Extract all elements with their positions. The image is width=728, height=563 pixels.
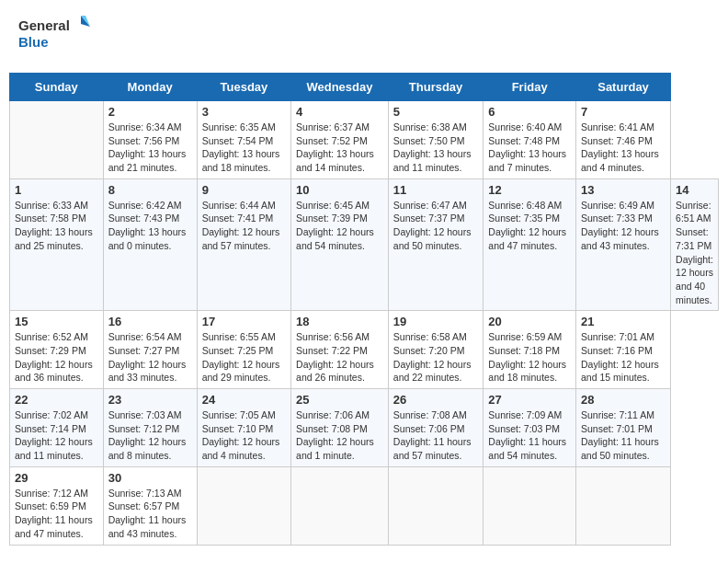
day-info: Sunrise: 7:02 AMSunset: 7:14 PMDaylight:… bbox=[15, 408, 98, 463]
day-number: 25 bbox=[296, 393, 383, 407]
day-info: Sunrise: 7:06 AMSunset: 7:08 PMDaylight:… bbox=[296, 408, 383, 463]
day-info: Sunrise: 7:05 AMSunset: 7:10 PMDaylight:… bbox=[202, 408, 286, 463]
week-row-0: 2Sunrise: 6:34 AMSunset: 7:56 PMDaylight… bbox=[10, 101, 719, 179]
day-info: Sunrise: 6:52 AMSunset: 7:29 PMDaylight:… bbox=[15, 330, 98, 385]
day-number: 27 bbox=[488, 393, 571, 407]
day-cell: 17Sunrise: 6:55 AMSunset: 7:25 PMDayligh… bbox=[197, 311, 290, 389]
day-cell: 11Sunrise: 6:47 AMSunset: 7:37 PMDayligh… bbox=[388, 178, 483, 311]
day-info: Sunrise: 6:47 AMSunset: 7:37 PMDaylight:… bbox=[393, 199, 479, 253]
day-info: Sunrise: 6:51 AMSunset: 7:31 PMDaylight:… bbox=[676, 199, 713, 307]
day-info: Sunrise: 6:34 AMSunset: 7:56 PMDaylight:… bbox=[108, 121, 192, 175]
day-cell bbox=[197, 466, 290, 545]
svg-text:Blue: Blue bbox=[18, 34, 49, 50]
day-info: Sunrise: 6:48 AMSunset: 7:35 PMDaylight:… bbox=[488, 199, 571, 253]
day-info: Sunrise: 6:41 AMSunset: 7:46 PMDaylight:… bbox=[581, 121, 665, 175]
day-info: Sunrise: 7:12 AMSunset: 6:59 PMDaylight:… bbox=[15, 487, 98, 541]
day-cell: 20Sunrise: 6:59 AMSunset: 7:18 PMDayligh… bbox=[483, 311, 576, 389]
day-number: 13 bbox=[581, 183, 665, 197]
day-cell: 12Sunrise: 6:48 AMSunset: 7:35 PMDayligh… bbox=[483, 178, 576, 311]
day-cell: 22Sunrise: 7:02 AMSunset: 7:14 PMDayligh… bbox=[10, 389, 104, 467]
col-header-friday: Friday bbox=[483, 74, 576, 101]
day-number: 1 bbox=[15, 183, 98, 197]
day-cell: 10Sunrise: 6:45 AMSunset: 7:39 PMDayligh… bbox=[291, 178, 389, 311]
day-cell: 26Sunrise: 7:08 AMSunset: 7:06 PMDayligh… bbox=[388, 389, 483, 467]
week-row-4: 29Sunrise: 7:12 AMSunset: 6:59 PMDayligh… bbox=[10, 466, 719, 545]
day-info: Sunrise: 7:13 AMSunset: 6:57 PMDaylight:… bbox=[108, 487, 192, 541]
day-info: Sunrise: 6:40 AMSunset: 7:48 PMDaylight:… bbox=[488, 121, 571, 175]
day-cell: 29Sunrise: 7:12 AMSunset: 6:59 PMDayligh… bbox=[10, 466, 104, 545]
day-cell: 3Sunrise: 6:35 AMSunset: 7:54 PMDaylight… bbox=[197, 101, 290, 179]
day-info: Sunrise: 7:11 AMSunset: 7:01 PMDaylight:… bbox=[581, 408, 665, 463]
day-number: 6 bbox=[488, 105, 571, 119]
day-number: 19 bbox=[393, 315, 479, 328]
day-info: Sunrise: 6:35 AMSunset: 7:54 PMDaylight:… bbox=[202, 121, 286, 175]
header-row: SundayMondayTuesdayWednesdayThursdayFrid… bbox=[10, 74, 719, 101]
day-cell: 15Sunrise: 6:52 AMSunset: 7:29 PMDayligh… bbox=[10, 311, 104, 389]
col-header-thursday: Thursday bbox=[388, 74, 483, 101]
day-info: Sunrise: 6:33 AMSunset: 7:58 PMDaylight:… bbox=[15, 199, 98, 253]
col-header-wednesday: Wednesday bbox=[291, 74, 389, 101]
day-number: 17 bbox=[202, 315, 286, 328]
week-row-1: 1Sunrise: 6:33 AMSunset: 7:58 PMDaylight… bbox=[10, 178, 719, 311]
day-cell: 1Sunrise: 6:33 AMSunset: 7:58 PMDaylight… bbox=[10, 178, 104, 311]
day-info: Sunrise: 7:01 AMSunset: 7:16 PMDaylight:… bbox=[581, 330, 665, 385]
day-cell: 8Sunrise: 6:42 AMSunset: 7:43 PMDaylight… bbox=[103, 178, 197, 311]
day-cell: 14Sunrise: 6:51 AMSunset: 7:31 PMDayligh… bbox=[671, 178, 719, 311]
day-number: 8 bbox=[108, 183, 192, 197]
day-number: 14 bbox=[676, 183, 713, 197]
calendar-table: SundayMondayTuesdayWednesdayThursdayFrid… bbox=[9, 73, 719, 546]
day-info: Sunrise: 6:38 AMSunset: 7:50 PMDaylight:… bbox=[393, 121, 479, 175]
day-number: 5 bbox=[393, 105, 479, 119]
day-cell: 2Sunrise: 6:34 AMSunset: 7:56 PMDaylight… bbox=[103, 101, 197, 179]
day-cell bbox=[483, 466, 576, 545]
day-number: 21 bbox=[581, 315, 665, 328]
day-cell bbox=[576, 466, 671, 545]
day-info: Sunrise: 7:09 AMSunset: 7:03 PMDaylight:… bbox=[488, 408, 571, 463]
col-header-sunday: Sunday bbox=[10, 74, 104, 101]
day-cell: 28Sunrise: 7:11 AMSunset: 7:01 PMDayligh… bbox=[576, 389, 671, 467]
day-number: 28 bbox=[581, 393, 665, 407]
col-header-saturday: Saturday bbox=[576, 74, 671, 101]
day-number: 16 bbox=[108, 315, 192, 328]
day-info: Sunrise: 7:03 AMSunset: 7:12 PMDaylight:… bbox=[108, 408, 192, 463]
day-number: 12 bbox=[488, 183, 571, 197]
week-row-2: 15Sunrise: 6:52 AMSunset: 7:29 PMDayligh… bbox=[10, 311, 719, 389]
day-cell: 9Sunrise: 6:44 AMSunset: 7:41 PMDaylight… bbox=[197, 178, 290, 311]
day-number: 30 bbox=[108, 471, 192, 485]
day-info: Sunrise: 7:08 AMSunset: 7:06 PMDaylight:… bbox=[393, 408, 479, 463]
day-info: Sunrise: 6:45 AMSunset: 7:39 PMDaylight:… bbox=[296, 199, 383, 253]
day-cell bbox=[291, 466, 389, 545]
col-header-monday: Monday bbox=[103, 74, 197, 101]
day-number: 2 bbox=[108, 105, 192, 119]
day-info: Sunrise: 6:44 AMSunset: 7:41 PMDaylight:… bbox=[202, 199, 286, 253]
day-number: 24 bbox=[202, 393, 286, 407]
day-number: 11 bbox=[393, 183, 479, 197]
day-cell: 23Sunrise: 7:03 AMSunset: 7:12 PMDayligh… bbox=[103, 389, 197, 467]
day-info: Sunrise: 6:55 AMSunset: 7:25 PMDaylight:… bbox=[202, 330, 286, 385]
day-info: Sunrise: 6:42 AMSunset: 7:43 PMDaylight:… bbox=[108, 199, 192, 253]
day-number: 9 bbox=[202, 183, 286, 197]
day-cell: 27Sunrise: 7:09 AMSunset: 7:03 PMDayligh… bbox=[483, 389, 576, 467]
day-info: Sunrise: 6:54 AMSunset: 7:27 PMDaylight:… bbox=[108, 330, 192, 385]
day-info: Sunrise: 6:59 AMSunset: 7:18 PMDaylight:… bbox=[488, 330, 571, 385]
day-cell: 6Sunrise: 6:40 AMSunset: 7:48 PMDaylight… bbox=[483, 101, 576, 179]
day-number: 4 bbox=[296, 105, 383, 119]
day-cell: 30Sunrise: 7:13 AMSunset: 6:57 PMDayligh… bbox=[103, 466, 197, 545]
day-number: 22 bbox=[15, 393, 98, 407]
day-number: 29 bbox=[15, 471, 98, 485]
day-cell: 13Sunrise: 6:49 AMSunset: 7:33 PMDayligh… bbox=[576, 178, 671, 311]
svg-text:General: General bbox=[18, 17, 70, 33]
page-header: General Blue bbox=[9, 9, 719, 63]
day-number: 20 bbox=[488, 315, 571, 328]
day-cell: 4Sunrise: 6:37 AMSunset: 7:52 PMDaylight… bbox=[291, 101, 389, 179]
day-cell bbox=[10, 101, 104, 179]
day-cell: 7Sunrise: 6:41 AMSunset: 7:46 PMDaylight… bbox=[576, 101, 671, 179]
logo-svg: General Blue bbox=[18, 14, 92, 59]
day-number: 7 bbox=[581, 105, 665, 119]
day-cell: 5Sunrise: 6:38 AMSunset: 7:50 PMDaylight… bbox=[388, 101, 483, 179]
logo: General Blue bbox=[18, 14, 92, 59]
day-info: Sunrise: 6:49 AMSunset: 7:33 PMDaylight:… bbox=[581, 199, 665, 253]
day-info: Sunrise: 6:56 AMSunset: 7:22 PMDaylight:… bbox=[296, 330, 383, 385]
day-info: Sunrise: 6:58 AMSunset: 7:20 PMDaylight:… bbox=[393, 330, 479, 385]
day-cell: 24Sunrise: 7:05 AMSunset: 7:10 PMDayligh… bbox=[197, 389, 290, 467]
